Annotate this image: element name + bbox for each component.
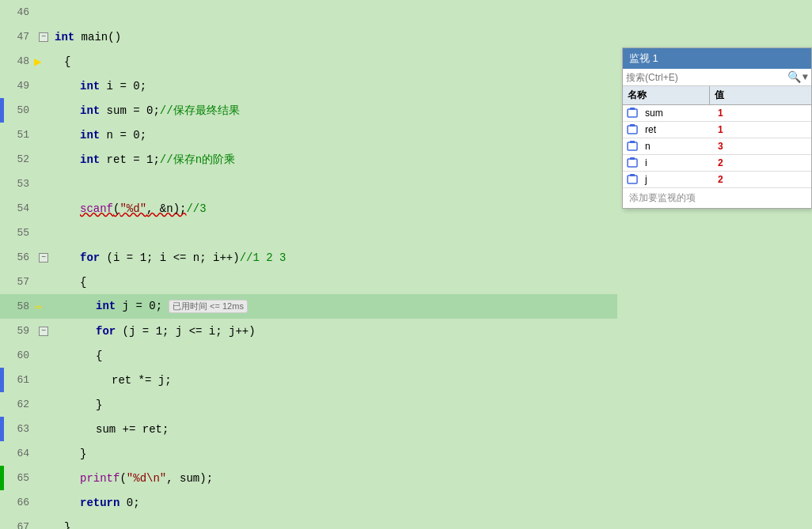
svg-rect-4 [628, 142, 637, 150]
collapse-59[interactable]: − [39, 327, 48, 336]
line-46: 46 [0, 0, 617, 25]
line-number-57: 57 [0, 276, 36, 288]
content-57: { [51, 276, 617, 289]
svg-rect-9 [630, 174, 635, 176]
collapse-47[interactable]: − [39, 32, 48, 42]
line-48: 48 ▶ { [0, 49, 617, 74]
watch-item-icon [626, 140, 639, 153]
line-number-65: 65 [0, 472, 36, 484]
line-61: 61 ret *= j; [0, 368, 617, 392]
code-container: 46 47 − int main() 48 ▶ { 49 int i = 0; [0, 0, 617, 529]
line-number-54: 54 [0, 202, 36, 214]
svg-rect-5 [630, 141, 635, 143]
line-number-51: 51 [0, 129, 36, 141]
content-54: scanf("%d", &n);//3 [51, 202, 617, 215]
line-number-50: 50 [0, 104, 36, 116]
line-51: 51 int n = 0; [0, 123, 617, 147]
watch-row-i[interactable]: i 2 [623, 155, 811, 172]
line-54: 54 scanf("%d", &n);//3 [0, 196, 617, 221]
line-49: 49 int i = 0; [0, 74, 617, 98]
line-63: 63 sum += ret; [0, 417, 617, 441]
watch-item-value-i: 2 [713, 155, 811, 171]
content-52: int ret = 1;//保存n的阶乘 [51, 153, 617, 167]
content-51: int n = 0; [51, 129, 617, 142]
watch-item-icon [626, 107, 639, 119]
content-66: return 0; [51, 497, 617, 509]
watch-item-name-ret: ret [642, 122, 713, 138]
arrow-48: ▶ [34, 54, 42, 70]
search-icon[interactable]: 🔍 [787, 70, 801, 84]
watch-item-name-sum: sum [642, 105, 713, 121]
svg-rect-8 [628, 176, 637, 183]
line-number-58: 58 [0, 300, 36, 312]
line-number-66: 66 [0, 497, 36, 508]
line-56: 56 − for (i = 1; i <= n; i++)//1 2 3 [0, 245, 617, 270]
watch-item-value-ret: 1 [713, 122, 811, 138]
watch-add-item[interactable]: 添加要监视的项 [623, 188, 811, 208]
watch-row-n[interactable]: n 3 [623, 138, 811, 155]
gutter-56[interactable]: − [36, 253, 51, 263]
line-number-64: 64 [0, 448, 36, 459]
content-58: int j = 0;已用时间 <= 12ms [51, 300, 617, 313]
content-62: } [51, 399, 617, 411]
line-number-67: 67 [0, 521, 36, 529]
line-number-47: 47 [0, 31, 36, 43]
svg-rect-0 [628, 109, 637, 117]
watch-title: 监视 1 [623, 48, 811, 69]
content-48: { [51, 55, 617, 68]
line-65: 65 printf("%d\n", sum); [0, 466, 617, 490]
content-63: sum += ret; [51, 423, 617, 436]
watch-header: 名称 值 [623, 86, 811, 105]
content-49: int i = 0; [51, 80, 617, 93]
bar-50 [0, 98, 4, 123]
watch-item-icon [626, 157, 639, 169]
bar-61 [0, 368, 4, 392]
line-number-60: 60 [0, 350, 36, 361]
line-60: 60 { [0, 343, 617, 368]
watch-item-icon [626, 123, 639, 136]
svg-rect-7 [630, 157, 635, 160]
watch-search-bar[interactable]: 🔍 ▼ [623, 69, 811, 86]
line-59: 59 − for (j = 1; j <= i; j++) [0, 319, 617, 343]
gutter-47[interactable]: − [36, 32, 51, 42]
watch-col-value: 值 [710, 86, 811, 104]
watch-item-name-i: i [642, 155, 713, 171]
watch-item-value-j: 2 [713, 172, 811, 187]
line-number-49: 49 [0, 80, 36, 92]
line-57: 57 { [0, 270, 617, 294]
watch-rows-container: sum 1 ret 1 n 3 i 2 j 2 [623, 105, 811, 188]
line-47: 47 − int main() [0, 25, 617, 49]
content-65: printf("%d\n", sum); [51, 472, 617, 485]
gutter-59[interactable]: − [36, 327, 51, 336]
watch-row-sum[interactable]: sum 1 [623, 105, 811, 122]
svg-rect-3 [630, 124, 635, 127]
watch-row-j[interactable]: j 2 [623, 172, 811, 188]
watch-row-ret[interactable]: ret 1 [623, 122, 811, 138]
line-number-53: 53 [0, 178, 36, 190]
watch-item-value-sum: 1 [713, 105, 811, 121]
line-number-61: 61 [0, 374, 36, 386]
line-58: 58 ⇒ int j = 0;已用时间 <= 12ms [0, 294, 617, 319]
line-67: 67 } [0, 515, 617, 529]
watch-dropdown-icon[interactable]: ▼ [803, 72, 808, 83]
watch-search-input[interactable] [626, 72, 787, 83]
line-52: 52 int ret = 1;//保存n的阶乘 [0, 147, 617, 172]
content-47: int main() [51, 31, 617, 43]
content-64: } [51, 448, 617, 460]
bar-65 [0, 466, 4, 490]
collapse-56[interactable]: − [39, 253, 48, 263]
content-59: for (j = 1; j <= i; j++) [51, 325, 617, 338]
line-66: 66 return 0; [0, 490, 617, 515]
content-50: int sum = 0;//保存最终结果 [51, 104, 617, 118]
line-55: 55 [0, 221, 617, 245]
watch-item-value-n: 3 [713, 138, 811, 154]
line-number-48: 48 [0, 55, 36, 67]
line-number-62: 62 [0, 399, 36, 410]
bar-63 [0, 417, 4, 441]
content-61: ret *= j; [51, 374, 617, 387]
content-60: { [51, 350, 617, 362]
watch-panel: 监视 1 🔍 ▼ 名称 值 sum 1 ret 1 n 3 [622, 47, 812, 209]
content-67: } [51, 521, 617, 530]
svg-rect-1 [630, 108, 635, 110]
line-number-59: 59 [0, 325, 36, 337]
